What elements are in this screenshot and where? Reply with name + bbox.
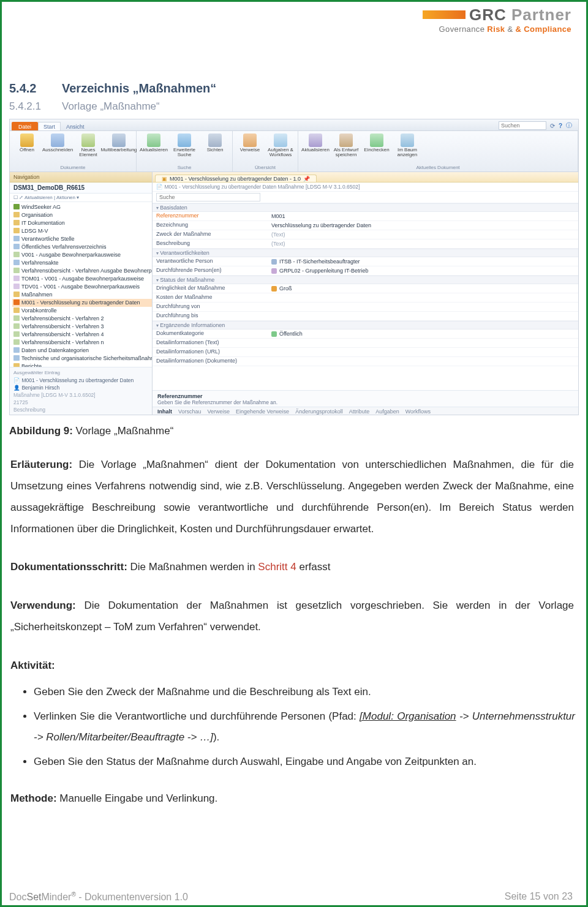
help-panel: Referenznummer Geben Sie die Referenznum… <box>153 390 578 407</box>
tree-node[interactable]: Verfahrensübersicht - Verfahren 4 <box>12 331 152 339</box>
sect-ergaenz[interactable]: Ergänzende Informationen <box>153 321 578 329</box>
logo-sub: Governance Risk & & Compliance <box>423 24 571 34</box>
row-detail-url: Detailinformationen (URL) <box>153 348 578 357</box>
group-currentdoc: Aktuelles Dokument <box>302 165 574 171</box>
open-icon <box>20 134 34 147</box>
list-item: Geben Sie den Zweck der Maßnahme und die… <box>34 682 575 702</box>
node-icon <box>13 307 20 313</box>
global-search-input[interactable] <box>499 121 546 130</box>
tree-node[interactable]: Berichte <box>12 363 152 367</box>
btn-views[interactable]: Sichten <box>202 132 228 158</box>
bottom-tab[interactable]: Attribute <box>349 408 370 415</box>
bottom-tab[interactable]: Verweise <box>208 408 230 415</box>
public-icon <box>271 331 277 337</box>
btn-open[interactable]: Öffnen <box>13 132 40 158</box>
cut-icon <box>51 134 64 147</box>
bottom-tab[interactable]: Änderungsprotokoll <box>295 408 343 415</box>
tree-node[interactable]: Öffentliches Verfahrensverzeichnis <box>12 243 152 251</box>
tree-node[interactable]: IT Dokumentation <box>12 219 152 227</box>
breadcrumb: 📄 M001 - Verschlüsselung zu übertragende… <box>153 183 578 192</box>
sel-title: 📄 M001 - Verschlüsselung zu übertragende… <box>13 377 148 384</box>
nav-toolbar[interactable]: ☐ ⤢ Aktualisieren | Aktionen ▾ <box>10 194 152 202</box>
sel-type: Maßnahme [LDSG M-V 3.1.0.6502] <box>13 391 148 399</box>
tree-node[interactable]: Organisation <box>12 211 152 219</box>
bottom-tab[interactable]: Inhalt <box>157 408 172 415</box>
row-dokkat: DokumentkategorieÖffentlich <box>153 329 578 339</box>
bottom-tab[interactable]: Workflows <box>405 408 431 415</box>
links-icon <box>243 134 257 147</box>
node-icon <box>13 315 20 321</box>
pin-icon[interactable]: 📌 <box>303 176 310 182</box>
tree-node[interactable]: Verfahrensübersicht - Verfahren 3 <box>12 323 152 331</box>
node-icon <box>13 347 20 353</box>
tree-node[interactable]: M001 - Verschlüsselung zu übertragender … <box>12 299 152 307</box>
help-text: Geben Sie die Referenznummer der Maßnahm… <box>157 399 573 405</box>
tree-node[interactable]: Maßnahmen <box>12 291 152 299</box>
form: Basisdaten ReferenznummerM001 Bezeichnun… <box>153 203 578 390</box>
btn-showtree[interactable]: Im Baum anzeigen <box>394 132 421 158</box>
list-item: Verlinken Sie die Verantwortliche und du… <box>34 706 575 748</box>
btn-links[interactable]: Verweise <box>236 132 263 158</box>
sect-verantw[interactable]: Verantwortlichkeiten <box>153 249 578 257</box>
node-icon <box>13 244 20 249</box>
tree-node[interactable]: Daten und Datenkategorien <box>12 347 152 355</box>
nav-panel: Navigation DSM31_DemoDB_R6615 ☐ ⤢ Aktual… <box>10 172 153 415</box>
sect-status[interactable]: Status der Maßnahme <box>153 276 578 284</box>
tree-node[interactable]: Verfahrensübersicht - Verfahren n <box>12 339 152 347</box>
sect-basis[interactable]: Basisdaten <box>153 203 578 212</box>
tree-node[interactable]: TDV01 - V001 - Ausgabe Bewohnerparkauswe… <box>12 283 152 291</box>
help-title: Referenznummer <box>157 393 573 399</box>
row-detail-docs: Detailinformationen (Dokumente) <box>153 357 578 366</box>
bottom-tab[interactable]: Eingehende Verweise <box>236 408 289 415</box>
node-icon <box>13 268 20 273</box>
tab-start[interactable]: Start <box>38 122 61 130</box>
tree-node[interactable]: LDSG M-V <box>12 227 152 235</box>
person-icon <box>271 259 277 265</box>
tab-view[interactable]: Ansicht <box>61 122 90 130</box>
selected-entry-panel: Ausgewählter Eintrag 📄 M001 - Verschlüss… <box>10 367 152 415</box>
nav-header: Navigation <box>10 172 152 183</box>
btn-new[interactable]: Neues Element <box>75 132 102 158</box>
refresh-icon[interactable]: ⟳ <box>550 122 555 129</box>
nav-db: DSM31_DemoDB_R6615 <box>10 183 152 194</box>
help-icon[interactable]: ? <box>559 122 562 129</box>
btn-checkin[interactable]: Einchecken <box>363 132 390 158</box>
bottom-tab[interactable]: Aufgaben <box>375 408 399 415</box>
group-icon <box>271 268 277 274</box>
tree-node[interactable]: TOM01 - V001 - Ausgabe Bewohnerparkauswe… <box>12 275 152 283</box>
btn-draft[interactable]: Als Entwurf speichern <box>333 132 360 158</box>
tree-node[interactable]: Verfahrensakte <box>12 259 152 267</box>
node-icon <box>13 339 20 345</box>
tree-node[interactable]: Vorabkontrolle <box>12 307 152 315</box>
tree-node[interactable]: Verantwortliche Stelle <box>12 235 152 243</box>
tab-file[interactable]: Datei <box>12 122 38 130</box>
node-icon <box>13 252 20 257</box>
figure-caption: Abbildung 9: Vorlage „Maßnahme“ <box>9 425 575 437</box>
btn-update[interactable]: Aktualisieren <box>302 132 329 158</box>
nav-tree[interactable]: WindSeeker AGOrganisationIT Dokumentatio… <box>10 202 152 367</box>
content-search <box>153 192 578 203</box>
tree-node[interactable]: Verfahrensübersicht - Verfahren 2 <box>12 315 152 323</box>
tree-node[interactable]: WindSeeker AG <box>12 203 152 211</box>
tree-node[interactable]: Verfahrensübersicht - Verfahren Ausgabe … <box>12 267 152 275</box>
btn-cut[interactable]: Ausschneiden <box>44 132 71 158</box>
group-overview: Übersicht <box>236 165 294 171</box>
checkin-icon <box>370 134 383 147</box>
window-quickbar: ⟳ ? ⓘ <box>499 121 572 130</box>
views-icon <box>208 134 222 147</box>
content-panel: ▣ M001 - Verschlüsselung zu übertragende… <box>153 172 578 415</box>
tree-node[interactable]: V001 - Ausgabe Bewohnerparkausweise <box>12 251 152 259</box>
row-detail-text: Detailinformationen (Text) <box>153 339 578 348</box>
btn-multiedit[interactable]: Multibearbeitung <box>105 132 132 158</box>
info-icon[interactable]: ⓘ <box>566 121 572 130</box>
node-icon <box>13 292 20 297</box>
document-tab[interactable]: ▣ M001 - Verschlüsselung zu übertragende… <box>155 175 317 182</box>
btn-extsearch[interactable]: Erweiterte Suche <box>171 132 198 158</box>
update-icon <box>309 134 322 147</box>
btn-tasks[interactable]: Aufgaben & Workflows <box>267 132 294 158</box>
tree-node[interactable]: Technische und organisatorische Sicherhe… <box>12 355 152 363</box>
content-search-input[interactable] <box>156 193 260 201</box>
ribbon: Öffnen Ausschneiden Neues Element Multib… <box>10 131 578 172</box>
bottom-tab[interactable]: Vorschau <box>178 408 202 415</box>
btn-refresh[interactable]: Aktualisieren <box>140 132 167 158</box>
